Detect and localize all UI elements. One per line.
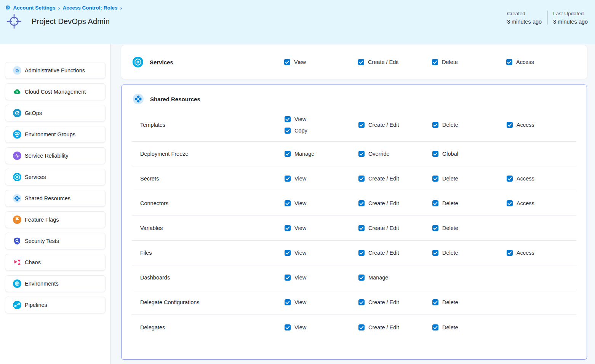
checkbox-checked-icon[interactable]	[507, 176, 513, 182]
permission-checkbox-item[interactable]: View	[285, 225, 358, 231]
permission-checkbox-item[interactable]: Delete	[432, 59, 506, 65]
svg-text:⚙: ⚙	[15, 68, 19, 73]
permission-checkbox-item[interactable]: Delete	[432, 176, 507, 182]
sidebar-item-pipelines[interactable]: Pipelines	[5, 297, 106, 313]
permission-cell: View	[285, 223, 358, 233]
checkbox-checked-icon[interactable]	[432, 176, 438, 182]
checkbox-checked-icon[interactable]	[358, 275, 365, 281]
checkbox-checked-icon[interactable]	[432, 151, 438, 157]
permission-checkbox-item[interactable]: Access	[507, 200, 576, 206]
cloud-cost-icon: $	[13, 88, 21, 96]
checkbox-checked-icon[interactable]	[358, 200, 365, 206]
checkbox-checked-icon[interactable]	[285, 225, 291, 231]
permission-checkbox-item[interactable]: Access	[507, 250, 576, 256]
permission-checkbox-item[interactable]: Delete	[432, 250, 507, 256]
permission-checkbox-item[interactable]: View	[285, 275, 358, 281]
checkbox-checked-icon[interactable]	[432, 225, 438, 231]
breadcrumb-access-control-roles[interactable]: Access Control: Roles	[62, 5, 117, 11]
checkbox-checked-icon[interactable]	[285, 151, 291, 157]
checkbox-checked-icon[interactable]	[284, 59, 290, 65]
sidebar-item-feature-flags[interactable]: Feature Flags	[5, 211, 106, 228]
checkbox-checked-icon[interactable]	[285, 176, 291, 182]
sidebar-item-cloud-cost-management[interactable]: $Cloud Cost Management	[5, 83, 106, 100]
checkbox-checked-icon[interactable]	[285, 250, 291, 256]
last-updated-label: Last Updated	[553, 11, 588, 16]
permission-checkbox-item[interactable]: Global	[432, 151, 507, 157]
permission-checkbox-item[interactable]: Create / Edit	[358, 122, 432, 128]
checkbox-checked-icon[interactable]	[358, 324, 365, 330]
permission-cell: Create / Edit	[358, 223, 432, 233]
checkbox-checked-icon[interactable]	[285, 275, 291, 281]
permission-checkbox-item[interactable]: Create / Edit	[358, 324, 432, 330]
permission-checkbox-item[interactable]: Access	[507, 176, 576, 182]
permission-checkbox-item[interactable]: View	[285, 176, 358, 182]
permission-checkbox-item[interactable]: Create / Edit	[358, 200, 432, 206]
checkbox-checked-icon[interactable]	[285, 128, 291, 134]
checkbox-checked-icon[interactable]	[432, 59, 438, 65]
permission-checkbox-item[interactable]: Manage	[358, 275, 432, 281]
sidebar-item-gitops[interactable]: GitOps	[5, 105, 106, 121]
checkbox-checked-icon[interactable]	[507, 250, 513, 256]
checkbox-checked-icon[interactable]	[358, 250, 365, 256]
sidebar-item-chaos[interactable]: Chaos	[5, 254, 106, 271]
checkbox-checked-icon[interactable]	[432, 250, 438, 256]
permission-cell: Create / Edit	[358, 297, 432, 308]
checkbox-checked-icon[interactable]	[358, 122, 365, 128]
permission-checkbox-item[interactable]: Create / Edit	[358, 250, 432, 256]
checkbox-checked-icon[interactable]	[432, 122, 438, 128]
checkbox-checked-icon[interactable]	[507, 122, 513, 128]
sidebar-item-service-reliability[interactable]: Service Reliability	[5, 147, 106, 164]
permission-checkbox-item[interactable]: Copy	[285, 128, 358, 134]
breadcrumb-account-settings[interactable]: Account Settings	[13, 5, 55, 11]
checkbox-checked-icon[interactable]	[432, 200, 438, 206]
permission-checkbox-item[interactable]: Delete	[432, 225, 507, 231]
permission-row-connectors: ConnectorsViewCreate / EditDeleteAccess	[132, 191, 576, 216]
checkbox-checked-icon[interactable]	[358, 176, 365, 182]
created-label: Created	[507, 11, 542, 16]
permission-checkbox-item[interactable]: View	[284, 59, 358, 65]
environment-groups-icon	[13, 130, 21, 139]
checkbox-checked-icon[interactable]	[506, 59, 512, 65]
checkbox-label: Delete	[442, 200, 458, 206]
permission-checkbox-item[interactable]: Manage	[285, 151, 358, 157]
checkbox-checked-icon[interactable]	[285, 299, 291, 305]
permission-checkbox-item[interactable]: Create / Edit	[358, 176, 432, 182]
sidebar-item-services[interactable]: Services	[5, 169, 106, 185]
checkbox-checked-icon[interactable]	[432, 324, 438, 330]
checkbox-checked-icon[interactable]	[358, 59, 364, 65]
permission-checkbox-item[interactable]: Override	[358, 151, 432, 157]
sidebar-item-shared-resources[interactable]: Shared Resources	[5, 190, 106, 207]
shared-resources-icon	[133, 94, 144, 104]
permission-checkbox-item[interactable]: Delete	[432, 200, 507, 206]
permission-checkbox-item[interactable]: Delete	[432, 122, 507, 128]
checkbox-checked-icon[interactable]	[285, 116, 291, 122]
checkbox-checked-icon[interactable]	[285, 200, 291, 206]
svg-text:$: $	[16, 90, 18, 94]
permission-checkbox-item[interactable]: View	[285, 299, 358, 305]
permission-checkbox-item[interactable]: Create / Edit	[358, 299, 432, 305]
checkbox-checked-icon[interactable]	[358, 299, 365, 305]
permission-checkbox-item[interactable]: Access	[506, 59, 587, 65]
permission-checkbox-item[interactable]: Access	[507, 122, 576, 128]
checkbox-checked-icon[interactable]	[285, 324, 291, 330]
sidebar-item-environment-groups[interactable]: Environment Groups	[5, 126, 106, 143]
permission-checkbox-item[interactable]: View	[285, 116, 358, 122]
checkbox-checked-icon[interactable]	[358, 151, 365, 157]
checkbox-label: Create / Edit	[368, 324, 399, 330]
permission-checkbox-item[interactable]: Create / Edit	[358, 59, 432, 65]
checkbox-checked-icon[interactable]	[358, 225, 365, 231]
checkbox-checked-icon[interactable]	[507, 200, 513, 206]
sidebar-item-security-tests[interactable]: Security Tests	[5, 233, 106, 249]
permission-checkbox-item[interactable]: View	[285, 250, 358, 256]
permission-checkbox-item[interactable]: View	[285, 200, 358, 206]
permission-checkbox-item[interactable]: Create / Edit	[358, 225, 432, 231]
sidebar-item-environments[interactable]: Environments	[5, 275, 106, 292]
permission-cell: Delete	[432, 297, 507, 308]
resource-sidebar: ⚙Administrative Functions$Cloud Cost Man…	[0, 44, 110, 364]
permission-checkbox-item[interactable]: View	[285, 324, 358, 330]
permission-checkbox-item[interactable]: Delete	[432, 299, 507, 305]
permission-cell: Global	[432, 148, 507, 159]
permission-checkbox-item[interactable]: Delete	[432, 324, 507, 330]
checkbox-checked-icon[interactable]	[432, 299, 438, 305]
sidebar-item-administrative-functions[interactable]: ⚙Administrative Functions	[5, 62, 106, 79]
